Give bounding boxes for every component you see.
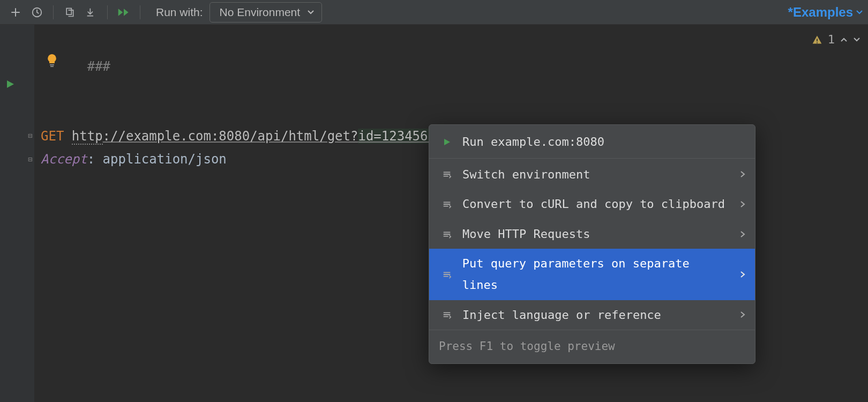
fold-icon[interactable]: ⊟ xyxy=(28,153,32,166)
url-scheme: http xyxy=(72,129,103,145)
history-button[interactable] xyxy=(27,2,47,23)
submenu-arrow-icon xyxy=(740,230,745,238)
separator-token: ### xyxy=(87,59,110,74)
run-all-button[interactable] xyxy=(114,2,134,23)
editor: 1 ### ⊟GET http://example.com:8080/api/h… xyxy=(0,25,868,402)
environment-select[interactable]: No Environment xyxy=(209,2,323,23)
popup-item-move-requests[interactable]: Move HTTP Requests xyxy=(429,219,755,249)
add-button[interactable] xyxy=(5,2,26,23)
edit-icon xyxy=(441,229,453,239)
gutter-run-button[interactable] xyxy=(5,79,15,89)
popup-item-put-query-separate[interactable]: Put query parameters on separate lines xyxy=(429,249,755,300)
url-main: ://example.com:8080/api/html/get? xyxy=(103,129,358,144)
code-line xyxy=(34,102,868,125)
header-sep: : xyxy=(87,152,103,167)
chevron-down-icon xyxy=(856,10,863,14)
edit-icon xyxy=(441,270,453,279)
toolbar-separator xyxy=(53,5,54,19)
gutter xyxy=(0,25,34,402)
chevron-down-icon xyxy=(308,10,314,14)
popup-footer: Press F1 to toggle preview xyxy=(429,330,755,363)
run-all-icon xyxy=(117,7,130,18)
edit-icon xyxy=(441,199,453,209)
svg-rect-1 xyxy=(66,8,71,14)
header-value: application/json xyxy=(103,152,227,167)
play-icon xyxy=(441,138,453,146)
import-icon xyxy=(86,7,96,18)
popup-item-label: Run example.com:8080 xyxy=(462,131,745,153)
play-icon xyxy=(5,79,15,89)
popup-run-item[interactable]: Run example.com:8080 xyxy=(429,125,755,157)
header-name: Accept xyxy=(41,152,87,167)
popup-item-switch-env[interactable]: Switch environment xyxy=(429,160,755,190)
popup-item-label: Switch environment xyxy=(462,164,730,185)
submenu-arrow-icon xyxy=(740,271,745,278)
popup-item-label: Convert to cURL and copy to clipboard xyxy=(462,193,730,215)
examples-link-label: *Examples xyxy=(788,5,853,20)
http-method: GET xyxy=(41,129,64,144)
popup-item-convert-curl[interactable]: Convert to cURL and copy to clipboard xyxy=(429,189,755,219)
intention-popup: Run example.com:8080 Switch environment … xyxy=(429,124,755,364)
popup-item-inject-language[interactable]: Inject language or reference xyxy=(429,300,755,330)
clock-icon xyxy=(31,6,43,18)
submenu-arrow-icon xyxy=(740,170,745,178)
edit-icon xyxy=(441,310,453,319)
fold-icon[interactable]: ⊟ xyxy=(28,130,32,143)
code-line: ### xyxy=(34,32,868,102)
run-with-label: Run with: xyxy=(156,6,203,19)
import-button[interactable] xyxy=(81,2,101,23)
edit-icon xyxy=(441,169,453,179)
popup-item-label: Put query parameters on separate lines xyxy=(462,253,730,295)
toolbar-separator xyxy=(107,5,108,19)
copy-button[interactable] xyxy=(59,2,80,23)
submenu-arrow-icon xyxy=(740,311,745,318)
plus-icon xyxy=(10,7,21,18)
toolbar-separator xyxy=(140,5,140,19)
toolbar: Run with: No Environment *Examples xyxy=(0,0,868,25)
popup-separator xyxy=(429,158,755,159)
popup-item-label: Move HTTP Requests xyxy=(462,224,730,245)
popup-item-label: Inject language or reference xyxy=(462,304,730,326)
code-area[interactable]: 1 ### ⊟GET http://example.com:8080/api/h… xyxy=(34,25,868,402)
copy-icon xyxy=(64,7,75,18)
environment-value: No Environment xyxy=(220,6,301,19)
submenu-arrow-icon xyxy=(740,200,745,208)
examples-link[interactable]: *Examples xyxy=(788,5,863,20)
